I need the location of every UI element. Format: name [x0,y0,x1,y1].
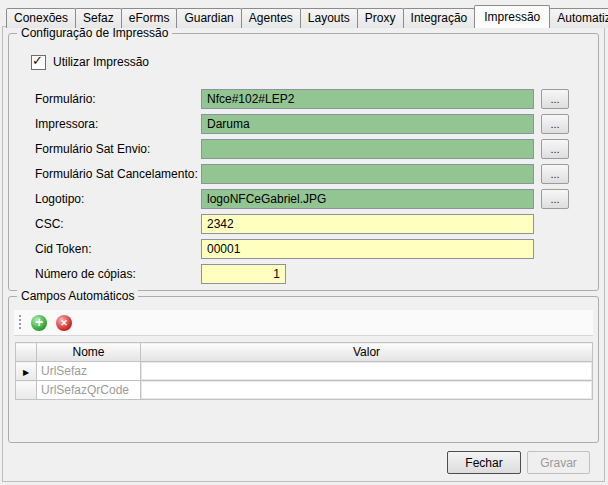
tab-guardian[interactable]: Guardian [176,8,241,28]
csc-label: CSC: [35,217,64,231]
add-icon [31,315,47,331]
nome-cell-urlsefaz: UrlSefaz [37,362,141,381]
utilizar-impressao-checkbox[interactable] [31,55,46,70]
delete-row-button[interactable] [54,313,74,333]
sat-envio-label: Formulário Sat Envio: [35,142,150,156]
auto-fields-title: Campos Automáticos [17,289,138,303]
grid-row-urlsefaz: UrlSefaz [16,362,593,381]
print-config-title: Configuração de Impressão [17,26,172,40]
tab-impressao[interactable]: Impressão [474,5,550,28]
sat-cancelamento-input[interactable] [201,164,534,184]
tab-integracao[interactable]: Integração [403,8,476,28]
num-copias-input[interactable] [201,264,286,284]
sat-envio-input[interactable] [201,139,534,159]
tab-conexoes[interactable]: Conexões [6,8,76,28]
settings-window: Conexões Sefaz eForms Guardian Agentes L… [0,0,608,485]
nome-cell-urlsefazqrcode: UrlSefazQrCode [37,381,141,400]
logotipo-input[interactable] [201,189,534,209]
field-row-logotipo: Logotipo: ... [9,189,598,209]
tab-sefaz[interactable]: Sefaz [75,8,122,28]
logotipo-browse-button[interactable]: ... [541,189,569,209]
cid-token-input[interactable] [201,239,534,259]
tab-proxy[interactable]: Proxy [357,8,404,28]
print-config-groupbox: Configuração de Impressão Utilizar Impre… [8,33,599,291]
utilizar-impressao-label: Utilizar Impressão [53,55,149,69]
tab-automatizacao[interactable]: Automatização [549,8,608,28]
valor-cell-urlsefazqrcode[interactable] [141,381,593,400]
delete-icon [56,315,72,331]
auto-fields-toolbar [14,310,593,336]
field-row-sat-cancelamento: Formulário Sat Cancelamento: ... [9,164,598,184]
utilizar-impressao-row: Utilizar Impressão [31,54,149,70]
cid-token-label: Cid Token: [35,242,91,256]
tab-agentes[interactable]: Agentes [241,8,301,28]
tab-layouts[interactable]: Layouts [300,8,358,28]
field-row-cid-token: Cid Token: [9,239,598,259]
add-row-button[interactable] [29,313,49,333]
logotipo-label: Logotipo: [35,192,84,206]
grid-row-urlsefazqrcode: UrlSefazQrCode [16,381,593,400]
formulario-browse-button[interactable]: ... [541,89,569,109]
field-row-sat-envio: Formulário Sat Envio: ... [9,139,598,159]
grid-column-valor[interactable]: Valor [141,343,593,362]
impressora-input[interactable] [201,114,534,134]
impressora-browse-button[interactable]: ... [541,114,569,134]
row-selector-arrow [23,364,29,378]
field-row-formulario: Formulário: ... [9,89,598,109]
row-selector[interactable] [16,362,37,381]
auto-fields-groupbox: Campos Automáticos Nome Valor UrlSefaz [8,296,599,443]
field-row-num-copias: Número de cópias: [9,264,598,284]
toolbar-grip [19,315,21,331]
num-copias-label: Número de cópias: [35,267,136,281]
grid-corner-cell [16,343,37,362]
field-row-impressora: Impressora: ... [9,114,598,134]
impressora-label: Impressora: [35,117,98,131]
sat-cancelamento-label: Formulário Sat Cancelamento: [35,167,198,181]
fechar-button[interactable]: Fechar [447,451,521,474]
auto-fields-grid: Nome Valor UrlSefaz UrlSefazQrCode [15,342,593,400]
grid-column-nome[interactable]: Nome [37,343,141,362]
csc-input[interactable] [201,214,534,234]
tab-eforms[interactable]: eForms [121,8,178,28]
field-row-csc: CSC: [9,214,598,234]
sat-envio-browse-button[interactable]: ... [541,139,569,159]
formulario-label: Formulário: [35,92,96,106]
valor-cell-urlsefaz[interactable] [141,362,593,381]
tab-strip: Conexões Sefaz eForms Guardian Agentes L… [6,5,608,28]
gravar-button[interactable]: Gravar [527,451,590,474]
sat-cancelamento-browse-button[interactable]: ... [541,164,569,184]
grid-header-row: Nome Valor [16,343,593,362]
row-selector-2[interactable] [16,381,37,400]
formulario-input[interactable] [201,89,534,109]
